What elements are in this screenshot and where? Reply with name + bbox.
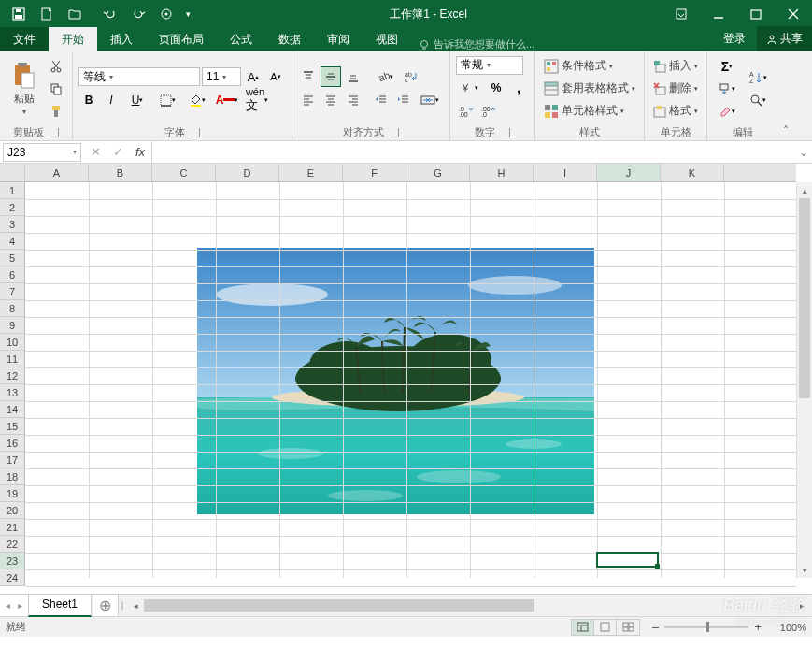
row-header[interactable]: 23: [0, 553, 24, 569]
dialog-launcher-icon[interactable]: [501, 128, 510, 137]
scroll-up-button[interactable]: ▴: [797, 182, 812, 198]
row-header[interactable]: 12: [0, 367, 24, 384]
zoom-level[interactable]: 100%: [767, 622, 806, 633]
sheet-tab-1[interactable]: Sheet1: [28, 595, 92, 617]
column-header[interactable]: E: [279, 164, 343, 181]
fill-color-button[interactable]: ▾: [183, 90, 211, 110]
column-header[interactable]: A: [25, 164, 89, 181]
column-header[interactable]: G: [406, 164, 470, 181]
tab-insert[interactable]: 插入: [97, 27, 146, 51]
new-button[interactable]: [34, 1, 60, 27]
row-header[interactable]: 2: [0, 199, 24, 216]
maximize-button[interactable]: [737, 0, 775, 28]
format-painter-button[interactable]: [46, 101, 66, 122]
row-header[interactable]: 18: [0, 468, 24, 485]
cell-styles-button[interactable]: 单元格样式▾: [541, 101, 638, 122]
scroll-down-button[interactable]: ▾: [797, 562, 812, 578]
scroll-thumb[interactable]: [144, 599, 534, 612]
row-header[interactable]: 11: [0, 351, 24, 367]
signin-button[interactable]: 登录: [712, 26, 757, 51]
scroll-left-button[interactable]: ◂: [128, 601, 144, 611]
align-left-button[interactable]: [298, 90, 319, 110]
number-format-combo[interactable]: 常规▾: [456, 56, 523, 75]
row-header[interactable]: 14: [0, 401, 24, 418]
align-bottom-button[interactable]: [343, 66, 363, 87]
row-header[interactable]: 19: [0, 485, 24, 502]
zoom-in-button[interactable]: +: [754, 620, 762, 634]
name-box[interactable]: J23▾: [3, 143, 81, 162]
row-header[interactable]: 13: [0, 384, 24, 401]
wrap-text-button[interactable]: abc: [401, 66, 421, 87]
collapse-ribbon-button[interactable]: ˄: [777, 51, 794, 140]
vertical-scrollbar[interactable]: ▴ ▾: [796, 182, 812, 578]
merge-button[interactable]: ▾: [416, 90, 444, 110]
italic-button[interactable]: I: [101, 90, 121, 110]
fill-button[interactable]: ▾: [713, 79, 741, 99]
row-header[interactable]: 16: [0, 435, 24, 452]
row-header[interactable]: 22: [0, 536, 24, 553]
font-color-button[interactable]: A▾: [213, 90, 241, 110]
orientation-button[interactable]: ab▾: [371, 66, 399, 87]
paste-button[interactable]: 粘贴 ▾: [6, 53, 43, 123]
row-header[interactable]: 7: [0, 283, 24, 300]
embedded-image[interactable]: [197, 248, 594, 514]
dialog-launcher-icon[interactable]: [390, 128, 399, 137]
row-header[interactable]: 4: [0, 233, 24, 250]
row-header[interactable]: 15: [0, 418, 24, 435]
align-center-button[interactable]: [321, 90, 341, 110]
row-header[interactable]: 21: [0, 519, 24, 536]
sheet-next-button[interactable]: ▸: [18, 600, 22, 611]
zoom-out-button[interactable]: −: [651, 620, 659, 635]
increase-decimal-button[interactable]: .0.00: [456, 101, 477, 122]
scroll-thumb[interactable]: [799, 198, 810, 398]
increase-indent-button[interactable]: [393, 90, 414, 110]
page-layout-view-button[interactable]: [594, 620, 617, 635]
font-size-combo[interactable]: 11▾: [202, 67, 241, 86]
align-right-button[interactable]: [343, 90, 363, 110]
cancel-formula-button[interactable]: ✕: [84, 141, 107, 164]
column-header[interactable]: D: [216, 164, 279, 181]
minimize-button[interactable]: [700, 0, 737, 28]
column-header[interactable]: I: [534, 164, 597, 181]
decrease-decimal-button[interactable]: .00.0: [478, 101, 499, 122]
column-header[interactable]: F: [343, 164, 406, 181]
expand-formula-button[interactable]: ⌄: [795, 146, 812, 159]
redo-button[interactable]: [125, 1, 151, 27]
grow-font-button[interactable]: A▴: [243, 66, 264, 87]
table-format-button[interactable]: 套用表格格式▾: [541, 79, 638, 99]
format-cells-button[interactable]: 格式▾: [650, 101, 701, 122]
decrease-indent-button[interactable]: [371, 90, 392, 110]
close-button[interactable]: [775, 0, 812, 28]
clear-button[interactable]: ▾: [713, 101, 741, 122]
touch-mode-button[interactable]: [153, 1, 179, 27]
column-header[interactable]: B: [89, 164, 152, 181]
normal-view-button[interactable]: [572, 620, 594, 635]
page-break-view-button[interactable]: [617, 620, 639, 635]
formula-input[interactable]: [152, 143, 795, 162]
row-header[interactable]: 6: [0, 266, 24, 283]
save-button[interactable]: [6, 1, 32, 27]
shrink-font-button[interactable]: A▾: [265, 66, 286, 87]
border-button[interactable]: ▾: [153, 90, 181, 110]
dialog-launcher-icon[interactable]: [191, 128, 200, 137]
tab-formula[interactable]: 公式: [217, 27, 265, 51]
conditional-format-button[interactable]: 条件格式▾: [541, 56, 638, 77]
row-header[interactable]: 17: [0, 452, 24, 468]
tab-review[interactable]: 审阅: [314, 27, 363, 51]
row-header[interactable]: 5: [0, 250, 24, 266]
horizontal-scrollbar[interactable]: ◂ ▸: [128, 598, 810, 613]
column-header[interactable]: H: [470, 164, 534, 181]
accounting-format-button[interactable]: ¥▾: [456, 78, 484, 98]
share-button[interactable]: 共享: [757, 26, 812, 51]
column-header[interactable]: K: [661, 164, 724, 181]
tab-data[interactable]: 数据: [265, 27, 314, 51]
percent-button[interactable]: %: [486, 78, 506, 98]
find-button[interactable]: ▾: [744, 90, 772, 110]
row-header[interactable]: 20: [0, 502, 24, 519]
autosum-button[interactable]: Σ▾: [713, 56, 741, 77]
row-header[interactable]: 1: [0, 182, 24, 199]
phonetic-button[interactable]: wén文▾: [243, 90, 271, 110]
fx-button[interactable]: fx: [129, 141, 151, 164]
ribbon-options-button[interactable]: [662, 0, 700, 28]
row-header[interactable]: 24: [0, 569, 24, 586]
